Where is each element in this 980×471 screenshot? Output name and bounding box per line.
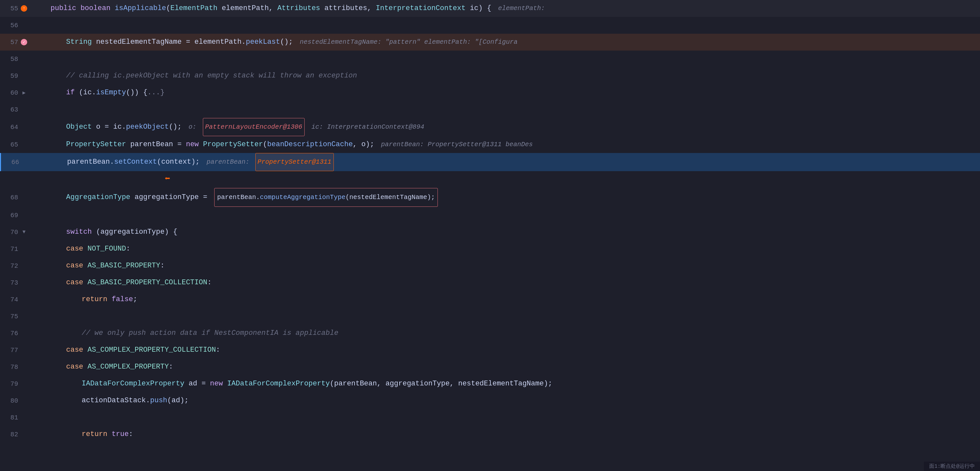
icon-77	[19, 345, 29, 355]
code-line-74: 74 return false;	[0, 291, 980, 308]
line-number-68: 68	[2, 194, 18, 201]
line-number-75: 75	[2, 313, 18, 320]
line-number-59: 59	[2, 72, 18, 80]
icon-arrow	[19, 175, 29, 184]
icon-56	[19, 21, 29, 30]
fold-70[interactable]: ▼	[19, 228, 29, 237]
icon-75	[19, 312, 29, 321]
icon-64	[19, 123, 29, 132]
icon-71	[19, 244, 29, 253]
line-content-65: PropertySetter parentBean = new Property…	[32, 136, 980, 153]
code-line-69: 69	[0, 207, 980, 224]
line-number-74: 74	[2, 296, 18, 304]
line-content-80: actionDataStack.push(ad);	[32, 392, 980, 409]
gutter-69: 69	[0, 211, 32, 220]
code-line-78: 78 case AS_COMPLEX_PROPERTY:	[0, 358, 980, 376]
gutter-66: 66	[1, 158, 33, 167]
code-line-72: 72 case AS_BASIC_PROPERTY:	[0, 258, 980, 274]
line-number-72: 72	[2, 262, 18, 270]
code-line-60: 60 ▶ if (ic.isEmpty()) {...}	[0, 84, 980, 101]
gutter-64: 64	[0, 123, 32, 132]
line-number-65: 65	[2, 141, 18, 148]
line-content-72: case AS_BASIC_PROPERTY:	[32, 258, 980, 274]
line-number-58: 58	[2, 56, 18, 63]
gutter-68: 68	[0, 193, 32, 202]
line-number-73: 73	[2, 279, 18, 286]
code-line-63: 63	[0, 101, 980, 118]
line-content-68: AggregationType aggregationType = parent…	[32, 188, 980, 207]
line-content-64: Object o = ic.peekObject(); o: PatternLa…	[32, 118, 980, 136]
gutter-81: 81	[0, 413, 32, 422]
gutter-73: 73	[0, 278, 32, 287]
line-content-76: // we only push action data if NestCompo…	[32, 325, 980, 342]
gutter-77: 77	[0, 345, 32, 355]
debug-value-66: PropertySetter@1311	[255, 153, 334, 171]
icon-69	[19, 211, 29, 220]
debug-value-64: PatternLayoutEncoder@1306	[203, 118, 305, 136]
gutter-78: 78	[0, 363, 32, 371]
icon-74	[19, 295, 29, 304]
gutter-82: 82	[0, 430, 32, 439]
gutter-arrow	[0, 175, 32, 184]
line-number-70: 70	[2, 229, 18, 236]
gutter-57: 57 ✓	[0, 38, 32, 47]
line-number-78: 78	[2, 363, 18, 371]
icon-58	[19, 54, 29, 64]
icon-73	[19, 278, 29, 287]
line-number-81: 81	[2, 414, 18, 422]
icon-80	[19, 396, 29, 405]
line-content-73: case AS_BASIC_PROPERTY_COLLECTION:	[32, 274, 980, 291]
debug-value-68: parentBean.computeAggregationType(nested…	[214, 188, 438, 207]
line-number-66: 66	[3, 159, 19, 166]
status-bar: 面1:断点处@运行中	[924, 461, 980, 471]
code-line-55: 55 ↑ public boolean isApplicable(Element…	[0, 0, 980, 17]
breakpoint-dot-55[interactable]: ↑	[21, 5, 27, 12]
line-content-71: case NOT_FOUND:	[32, 240, 980, 258]
line-content-60: if (ic.isEmpty()) {...}	[32, 84, 980, 101]
gutter-55: 55 ↑	[0, 4, 32, 13]
gutter-63: 63	[0, 105, 32, 114]
gutter-60: 60 ▶	[0, 88, 32, 97]
code-line-73: 73 case AS_BASIC_PROPERTY_COLLECTION:	[0, 274, 980, 291]
gutter-65: 65	[0, 140, 32, 149]
gutter-76: 76	[0, 329, 32, 338]
line-content-70: switch (aggregationType) {	[32, 224, 980, 240]
icon-76	[19, 329, 29, 338]
code-line-82: 82 return true:	[0, 426, 980, 443]
line-content-55: public boolean isApplicable(ElementPath …	[32, 0, 980, 17]
code-line-76: 76 // we only push action data if NestCo…	[0, 325, 980, 342]
gutter-59: 59	[0, 71, 32, 80]
line-content-77: case AS_COMPLEX_PROPERTY_COLLECTION:	[32, 342, 980, 358]
icon-65	[19, 140, 29, 149]
code-line-65: 65 PropertySetter parentBean = new Prope…	[0, 136, 980, 153]
breakpoint-55[interactable]: ↑	[19, 4, 29, 13]
fold-icon-60[interactable]: ▶	[22, 89, 25, 96]
line-number-55: 55	[2, 5, 18, 12]
gutter-72: 72	[0, 261, 32, 271]
icon-78	[19, 363, 29, 371]
line-number-71: 71	[2, 245, 18, 253]
breakpoint-57[interactable]: ✓	[19, 38, 29, 47]
code-line-66: 66 parentBean.setContext(context); paren…	[0, 153, 980, 171]
line-content-59: // calling ic.peekObject with an empty s…	[32, 67, 980, 84]
icon-59	[19, 71, 29, 80]
gutter-80: 80	[0, 396, 32, 405]
line-number-77: 77	[2, 347, 18, 354]
line-content-57: String nestedElementTagName = elementPat…	[32, 34, 980, 51]
icon-68	[19, 193, 29, 202]
code-line-56: 56	[0, 17, 980, 34]
line-number-60: 60	[2, 89, 18, 97]
line-number-69: 69	[2, 212, 18, 219]
code-line-75: 75	[0, 308, 980, 325]
arrow-content: ⬅	[32, 171, 980, 188]
fold-60[interactable]: ▶	[19, 88, 29, 97]
line-number-64: 64	[2, 124, 18, 131]
breakpoint-dot-57[interactable]: ✓	[21, 39, 27, 45]
code-line-77: 77 case AS_COMPLEX_PROPERTY_COLLECTION:	[0, 342, 980, 358]
gutter-56: 56	[0, 21, 32, 30]
line-content-82: return true:	[32, 426, 980, 443]
code-line-64: 64 Object o = ic.peekObject(); o: Patter…	[0, 118, 980, 136]
arrow-row: ⬅	[0, 171, 980, 188]
fold-icon-70[interactable]: ▼	[22, 229, 25, 235]
code-line-81: 81	[0, 409, 980, 426]
